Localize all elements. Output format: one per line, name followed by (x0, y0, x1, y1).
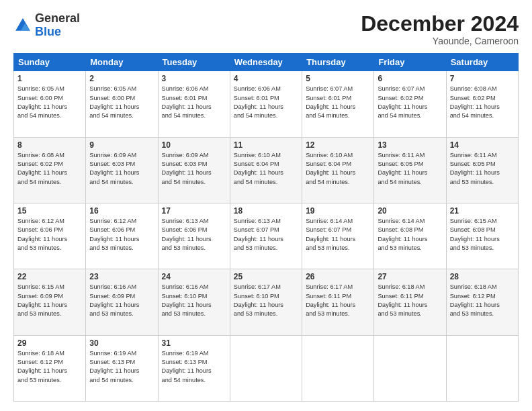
day-info: Sunrise: 6:19 AMSunset: 6:13 PMDaylight:… (162, 349, 226, 385)
day-info: Sunrise: 6:12 AMSunset: 6:06 PMDaylight:… (89, 217, 154, 253)
table-cell: 5Sunrise: 6:07 AMSunset: 6:01 PMDaylight… (302, 71, 374, 137)
table-cell: 8Sunrise: 6:08 AMSunset: 6:02 PMDaylight… (14, 137, 86, 203)
week-row-1: 1Sunrise: 6:05 AMSunset: 6:00 PMDaylight… (14, 71, 519, 137)
day-info: Sunrise: 6:15 AMSunset: 6:09 PMDaylight:… (17, 283, 82, 318)
day-number: 26 (306, 272, 370, 281)
day-number: 25 (234, 272, 298, 281)
table-cell: 10Sunrise: 6:09 AMSunset: 6:03 PMDayligh… (158, 137, 230, 203)
col-thursday: Thursday (302, 54, 374, 71)
day-info: Sunrise: 6:16 AMSunset: 6:10 PMDaylight:… (162, 283, 226, 318)
table-cell: 19Sunrise: 6:14 AMSunset: 6:07 PMDayligh… (302, 203, 374, 269)
table-cell: 22Sunrise: 6:15 AMSunset: 6:09 PMDayligh… (14, 269, 86, 335)
logo: General Blue (13, 12, 80, 39)
day-info: Sunrise: 6:14 AMSunset: 6:08 PMDaylight:… (378, 217, 442, 253)
week-row-3: 15Sunrise: 6:12 AMSunset: 6:06 PMDayligh… (14, 203, 519, 269)
day-info: Sunrise: 6:17 AMSunset: 6:11 PMDaylight:… (306, 283, 370, 318)
day-number: 28 (450, 272, 515, 281)
day-number: 29 (17, 338, 82, 348)
table-cell (230, 335, 302, 401)
day-number: 13 (378, 140, 442, 150)
day-info: Sunrise: 6:18 AMSunset: 6:11 PMDaylight:… (378, 283, 442, 318)
day-number: 18 (234, 206, 298, 216)
table-cell: 16Sunrise: 6:12 AMSunset: 6:06 PMDayligh… (86, 203, 158, 269)
table-cell: 27Sunrise: 6:18 AMSunset: 6:11 PMDayligh… (374, 269, 446, 335)
day-number: 24 (162, 272, 226, 281)
title-area: December 2024 Yaounde, Cameroon (361, 12, 519, 46)
table-cell: 9Sunrise: 6:09 AMSunset: 6:03 PMDaylight… (86, 137, 158, 203)
table-cell: 31Sunrise: 6:19 AMSunset: 6:13 PMDayligh… (158, 335, 230, 401)
week-row-4: 22Sunrise: 6:15 AMSunset: 6:09 PMDayligh… (14, 269, 519, 335)
day-info: Sunrise: 6:19 AMSunset: 6:13 PMDaylight:… (89, 349, 154, 385)
table-cell: 18Sunrise: 6:13 AMSunset: 6:07 PMDayligh… (230, 203, 302, 269)
day-number: 21 (450, 206, 515, 216)
calendar-table: Sunday Monday Tuesday Wednesday Thursday… (13, 53, 519, 402)
day-info: Sunrise: 6:15 AMSunset: 6:08 PMDaylight:… (450, 217, 515, 253)
day-info: Sunrise: 6:13 AMSunset: 6:07 PMDaylight:… (234, 217, 298, 253)
day-number: 8 (17, 140, 82, 150)
logo-text: General Blue (35, 12, 80, 39)
col-wednesday: Wednesday (230, 54, 302, 71)
col-sunday: Sunday (14, 54, 86, 71)
day-number: 7 (450, 74, 515, 83)
day-info: Sunrise: 6:10 AMSunset: 6:04 PMDaylight:… (306, 151, 370, 187)
day-info: Sunrise: 6:06 AMSunset: 6:01 PMDaylight:… (162, 85, 226, 120)
day-number: 2 (89, 74, 154, 83)
table-cell: 13Sunrise: 6:11 AMSunset: 6:05 PMDayligh… (374, 137, 446, 203)
day-info: Sunrise: 6:09 AMSunset: 6:03 PMDaylight:… (162, 151, 226, 187)
day-number: 19 (306, 206, 370, 216)
day-number: 11 (234, 140, 298, 150)
day-info: Sunrise: 6:05 AMSunset: 6:00 PMDaylight:… (17, 85, 82, 120)
table-cell (374, 335, 446, 401)
table-cell: 24Sunrise: 6:16 AMSunset: 6:10 PMDayligh… (158, 269, 230, 335)
table-cell: 3Sunrise: 6:06 AMSunset: 6:01 PMDaylight… (158, 71, 230, 137)
day-info: Sunrise: 6:11 AMSunset: 6:05 PMDaylight:… (450, 151, 515, 187)
table-cell: 30Sunrise: 6:19 AMSunset: 6:13 PMDayligh… (86, 335, 158, 401)
col-tuesday: Tuesday (158, 54, 230, 71)
week-row-5: 29Sunrise: 6:18 AMSunset: 6:12 PMDayligh… (14, 335, 519, 401)
day-number: 3 (162, 74, 226, 83)
day-info: Sunrise: 6:18 AMSunset: 6:12 PMDaylight:… (17, 349, 82, 385)
table-cell: 29Sunrise: 6:18 AMSunset: 6:12 PMDayligh… (14, 335, 86, 401)
table-cell: 12Sunrise: 6:10 AMSunset: 6:04 PMDayligh… (302, 137, 374, 203)
day-number: 14 (450, 140, 515, 150)
table-cell: 23Sunrise: 6:16 AMSunset: 6:09 PMDayligh… (86, 269, 158, 335)
day-info: Sunrise: 6:17 AMSunset: 6:10 PMDaylight:… (234, 283, 298, 318)
col-friday: Friday (374, 54, 446, 71)
table-cell: 25Sunrise: 6:17 AMSunset: 6:10 PMDayligh… (230, 269, 302, 335)
day-number: 30 (89, 338, 154, 348)
day-info: Sunrise: 6:07 AMSunset: 6:01 PMDaylight:… (306, 85, 370, 120)
table-cell: 11Sunrise: 6:10 AMSunset: 6:04 PMDayligh… (230, 137, 302, 203)
day-info: Sunrise: 6:12 AMSunset: 6:06 PMDaylight:… (17, 217, 82, 253)
day-info: Sunrise: 6:16 AMSunset: 6:09 PMDaylight:… (89, 283, 154, 318)
day-number: 10 (162, 140, 226, 150)
day-info: Sunrise: 6:18 AMSunset: 6:12 PMDaylight:… (450, 283, 515, 318)
table-cell (446, 335, 518, 401)
day-number: 20 (378, 206, 442, 216)
logo-icon (13, 16, 32, 35)
month-title: December 2024 (361, 12, 519, 36)
table-cell: 26Sunrise: 6:17 AMSunset: 6:11 PMDayligh… (302, 269, 374, 335)
location: Yaounde, Cameroon (361, 36, 519, 46)
day-info: Sunrise: 6:05 AMSunset: 6:00 PMDaylight:… (89, 85, 154, 120)
day-info: Sunrise: 6:13 AMSunset: 6:06 PMDaylight:… (162, 217, 226, 253)
week-row-2: 8Sunrise: 6:08 AMSunset: 6:02 PMDaylight… (14, 137, 519, 203)
table-cell: 1Sunrise: 6:05 AMSunset: 6:00 PMDaylight… (14, 71, 86, 137)
col-monday: Monday (86, 54, 158, 71)
day-number: 4 (234, 74, 298, 83)
day-number: 27 (378, 272, 442, 281)
table-cell: 21Sunrise: 6:15 AMSunset: 6:08 PMDayligh… (446, 203, 518, 269)
col-saturday: Saturday (446, 54, 518, 71)
header: General Blue December 2024 Yaounde, Came… (13, 12, 519, 46)
table-cell: 7Sunrise: 6:08 AMSunset: 6:02 PMDaylight… (446, 71, 518, 137)
table-cell: 20Sunrise: 6:14 AMSunset: 6:08 PMDayligh… (374, 203, 446, 269)
day-number: 16 (89, 206, 154, 216)
day-number: 5 (306, 74, 370, 83)
table-cell: 6Sunrise: 6:07 AMSunset: 6:02 PMDaylight… (374, 71, 446, 137)
day-number: 9 (89, 140, 154, 150)
table-cell: 17Sunrise: 6:13 AMSunset: 6:06 PMDayligh… (158, 203, 230, 269)
day-number: 6 (378, 74, 442, 83)
day-info: Sunrise: 6:08 AMSunset: 6:02 PMDaylight:… (17, 151, 82, 187)
day-number: 12 (306, 140, 370, 150)
table-cell: 2Sunrise: 6:05 AMSunset: 6:00 PMDaylight… (86, 71, 158, 137)
day-info: Sunrise: 6:07 AMSunset: 6:02 PMDaylight:… (378, 85, 442, 120)
